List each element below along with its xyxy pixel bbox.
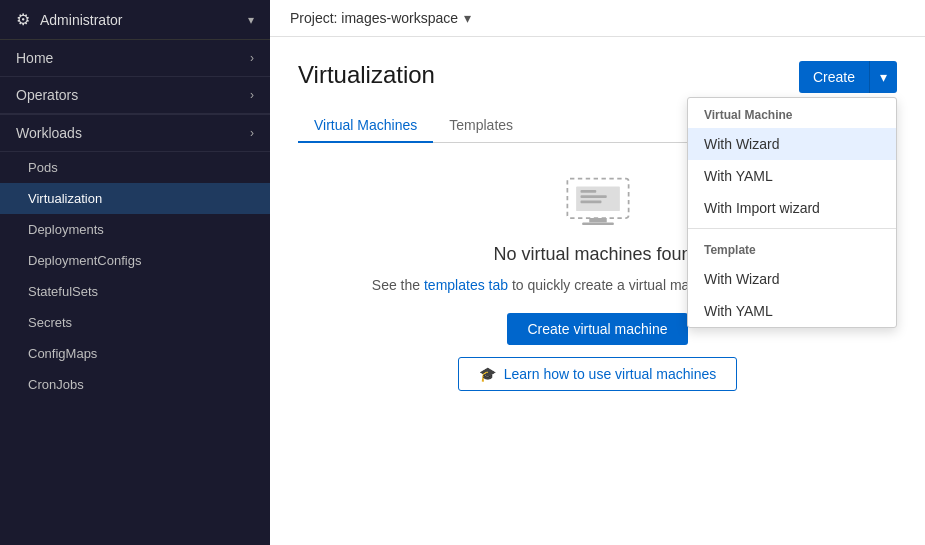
header-actions: Create ▾ (799, 61, 897, 93)
templates-tab-link[interactable]: templates tab (424, 277, 508, 293)
admin-label: Administrator (40, 12, 248, 28)
create-vm-with-wizard[interactable]: With Wizard (688, 128, 896, 160)
admin-menu[interactable]: ⚙ Administrator ▾ (0, 0, 270, 40)
create-vm-with-yaml[interactable]: With YAML (688, 160, 896, 192)
tab-templates[interactable]: Templates (433, 109, 529, 143)
top-bar: Project: images-workspace ▾ (270, 0, 925, 37)
create-dropdown-button[interactable]: ▾ (870, 61, 897, 93)
home-label: Home (16, 50, 53, 66)
dropdown-separator (688, 228, 896, 229)
svg-rect-2 (582, 222, 614, 225)
sidebar-item-pods[interactable]: Pods (0, 152, 270, 183)
learn-icon: 🎓 (479, 366, 496, 382)
vm-empty-icon (563, 173, 633, 228)
sidebar-item-cronjobs[interactable]: CronJobs (0, 369, 270, 400)
dropdown-section-template: Template (688, 233, 896, 263)
sidebar-item-secrets[interactable]: Secrets (0, 307, 270, 338)
svg-rect-6 (580, 201, 601, 204)
gear-icon: ⚙ (16, 10, 30, 29)
sidebar-item-home[interactable]: Home › (0, 40, 270, 77)
empty-title: No virtual machines found (493, 244, 701, 265)
operators-label: Operators (16, 87, 78, 103)
admin-chevron-icon: ▾ (248, 13, 254, 27)
workloads-chevron-icon: › (250, 126, 254, 140)
create-template-with-yaml[interactable]: With YAML (688, 295, 896, 327)
main-content: Project: images-workspace ▾ Virtualizati… (270, 0, 925, 545)
dropdown-section-virtual-machine: Virtual Machine (688, 98, 896, 128)
project-label: Project: images-workspace (290, 10, 458, 26)
project-dropdown-icon: ▾ (464, 10, 471, 26)
sidebar-item-deploymentconfigs[interactable]: DeploymentConfigs (0, 245, 270, 276)
create-vm-with-import-wizard[interactable]: With Import wizard (688, 192, 896, 224)
sidebar-item-operators[interactable]: Operators › (0, 77, 270, 114)
sidebar-item-configmaps[interactable]: ConfigMaps (0, 338, 270, 369)
tab-virtual-machines[interactable]: Virtual Machines (298, 109, 433, 143)
sidebar-item-statefulsets[interactable]: StatefulSets (0, 276, 270, 307)
svg-rect-5 (580, 195, 606, 198)
page-content: Virtualization Virtual Machines Template… (270, 37, 925, 545)
learn-virtual-machines-button[interactable]: 🎓 Learn how to use virtual machines (458, 357, 737, 391)
operators-chevron-icon: › (250, 88, 254, 102)
sidebar-item-virtualization[interactable]: Virtualization (0, 183, 270, 214)
svg-rect-4 (580, 190, 596, 193)
sidebar-item-workloads[interactable]: Workloads › (0, 114, 270, 152)
home-chevron-icon: › (250, 51, 254, 65)
project-selector[interactable]: Project: images-workspace ▾ (290, 10, 471, 26)
sidebar-item-deployments[interactable]: Deployments (0, 214, 270, 245)
create-template-with-wizard[interactable]: With Wizard (688, 263, 896, 295)
workloads-label: Workloads (16, 125, 82, 141)
svg-rect-1 (589, 218, 607, 222)
create-virtual-machine-button[interactable]: Create virtual machine (507, 313, 687, 345)
create-button[interactable]: Create (799, 61, 870, 93)
create-dropdown-menu: Virtual Machine With Wizard With YAML Wi… (687, 97, 897, 328)
sidebar: ⚙ Administrator ▾ Home › Operators › Wor… (0, 0, 270, 545)
